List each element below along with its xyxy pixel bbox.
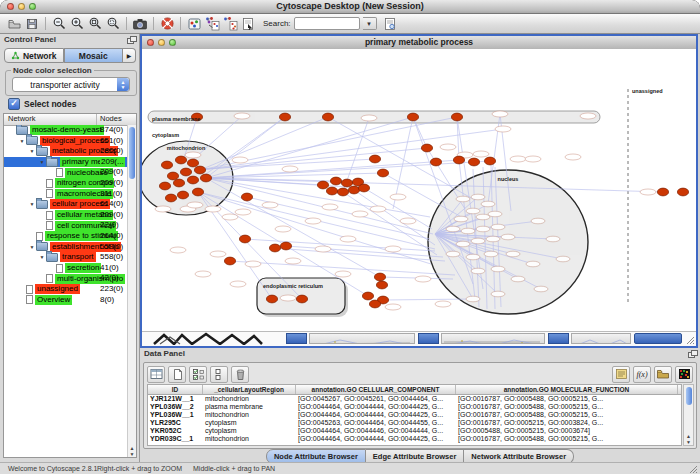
float-panel-icon[interactable] [688,350,696,357]
minimized-window-button[interactable] [548,333,569,344]
column-header-1[interactable]: _cellularLayoutRegion [203,385,296,394]
tab-mosaic[interactable]: Mosaic [64,48,124,63]
tree-item-response-to-stimulu[interactable]: response to stimulu264(0) [4,231,127,242]
network-node[interactable] [451,113,462,121]
network-node[interactable] [377,169,388,177]
network-label-node[interactable] [210,251,226,257]
annotation-notes-icon[interactable] [612,366,630,383]
network-label-node[interactable] [526,261,540,267]
network-label-node[interactable] [534,286,548,292]
window-resize-grip[interactable] [687,463,698,474]
network-label-node[interactable] [262,202,278,208]
network-node[interactable] [430,158,441,166]
column-header-3[interactable]: annotation.GO MOLECULAR_FUNCTION [456,385,678,394]
tree-scrollbar-arrows[interactable]: ▲▼ [128,445,136,457]
column-header-2[interactable]: annotation.GO CELLULAR_COMPONENT [296,385,456,394]
function-builder-icon[interactable]: f(x) [633,366,651,383]
node-color-dropdown[interactable]: transporter activity ▲▼ [12,77,130,92]
network-graph[interactable]: plasma membranecytoplasmmitochondrionnuc… [142,49,696,333]
network-node[interactable] [468,158,479,166]
network-label-node[interactable] [511,276,525,282]
table-scrollbar-thumb[interactable] [686,387,692,405]
network-label-node[interactable] [235,209,251,215]
network-label-node[interactable] [232,157,248,163]
network-label-node[interactable] [546,236,560,242]
network-label-node[interactable] [501,234,515,240]
table-row[interactable]: YKR052Ccytoplasm[GO:0044464, GO:0044446,… [148,427,681,435]
network-label-node[interactable] [471,194,485,200]
minimized-window-button[interactable] [418,333,439,344]
network-label-node[interactable] [525,156,541,162]
network-node[interactable] [362,292,373,300]
network-node[interactable] [326,187,337,195]
minimized-view-preview[interactable] [441,333,545,344]
network-node[interactable] [296,295,307,303]
network-label-node[interactable] [491,291,505,297]
network-node[interactable] [407,113,418,121]
network-node[interactable] [369,155,380,163]
minimized-view-preview[interactable] [309,333,415,344]
enhanced-search-icon[interactable] [381,15,399,32]
network-label-node[interactable] [492,111,508,117]
tree-scrollbar-thumb[interactable] [129,127,135,179]
snapshot-icon[interactable] [131,15,149,32]
table-row[interactable]: YJR121W__1mitochondrion[GO:0045267, GO:0… [148,395,681,403]
network-node[interactable] [177,191,188,199]
tree-item-multi-organism-pro[interactable]: multi-organism pro42(0) [4,273,127,284]
zoom-out-icon[interactable] [50,15,68,32]
zoom-fit-icon[interactable] [86,15,104,32]
network-label-node[interactable] [400,218,416,224]
network-node[interactable] [167,172,178,180]
network-label-node[interactable] [370,206,386,212]
new-attribute-icon[interactable] [168,366,186,383]
network-label-node[interactable] [352,211,368,217]
network-label-node[interactable] [440,144,456,150]
save-session-icon[interactable] [23,15,41,32]
network-node[interactable] [677,188,688,196]
network-node[interactable] [657,188,668,196]
network-node[interactable] [161,161,172,169]
network-label-node[interactable] [222,214,238,220]
tree-item-establishment-of-lo[interactable]: ▼establishment of lo558(0) [4,242,127,253]
network-label-node[interactable] [361,115,377,121]
zoom-selected-icon[interactable] [104,15,122,32]
network-node[interactable] [322,113,333,121]
network-node[interactable] [180,168,191,176]
disclosure-triangle-icon[interactable]: ▼ [28,148,36,154]
network-label-node[interactable] [565,154,581,160]
network-window-titlebar[interactable]: primary metabolic process [142,36,696,50]
network-label-node[interactable] [446,226,460,232]
network-label-node[interactable] [205,206,221,212]
network-label-node[interactable] [155,206,171,212]
network-label-node[interactable] [466,254,480,260]
network-node[interactable] [194,166,205,174]
network-node[interactable] [159,182,170,190]
network-label-node[interactable] [495,126,511,132]
select-attributes-icon[interactable] [189,366,207,383]
tree-item-cellular-process[interactable]: ▼cellular process614(0) [4,199,127,210]
network-label-node[interactable] [486,236,500,242]
tree-item-metabolic-process[interactable]: ▼metabolic process280(0) [4,146,127,157]
minimized-window-button[interactable] [286,333,307,344]
network-label-node[interactable] [640,189,656,195]
search-dropdown-arrow[interactable]: ▼ [363,17,377,30]
network-canvas[interactable]: plasma membranecytoplasmmitochondrionnuc… [142,49,696,333]
network-label-node[interactable] [275,226,291,232]
tree-item-unassigned[interactable]: unassigned223(0) [4,284,127,295]
table-row[interactable]: YLR295Ccytoplasm[GO:0045263, GO:0044464,… [148,419,681,427]
select-nodes-checkbox[interactable]: ✓ [8,98,20,110]
table-row[interactable]: YPL036W__1mitochondrion[GO:0044464, GO:0… [148,411,681,419]
network-label-node[interactable] [415,276,431,282]
network-node[interactable] [173,179,184,187]
tree-item-biological-process[interactable]: ▼biological_process651(0) [4,136,127,147]
network-node[interactable] [269,244,280,252]
network-node[interactable] [187,159,198,167]
delete-attribute-icon[interactable] [231,366,249,383]
network-label-node[interactable] [390,194,406,200]
copy-network-view-icon[interactable] [203,15,221,32]
network-label-node[interactable] [461,228,475,234]
import-attributes-icon[interactable] [654,366,672,383]
network-label-node[interactable] [230,281,246,287]
network-label-node[interactable] [315,246,331,252]
network-node[interactable] [241,193,252,201]
